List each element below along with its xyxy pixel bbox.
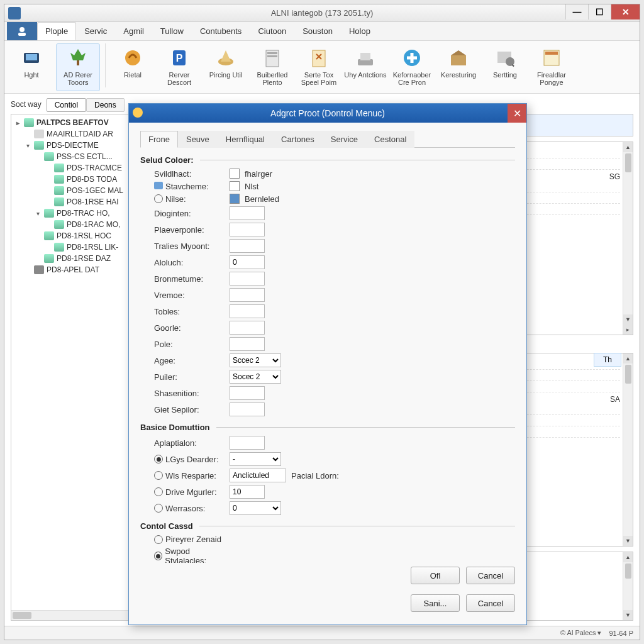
radio-icon[interactable] <box>154 194 163 203</box>
text-input[interactable] <box>230 436 265 450</box>
tree-item[interactable]: ▾PD8-TRAC HO, <box>13 208 135 219</box>
text-input[interactable] <box>230 337 265 351</box>
menu-souston[interactable]: Souston <box>294 22 341 40</box>
ribbon-rietal[interactable]: Rietal <box>111 43 155 91</box>
field-label: Plaeverponle: <box>154 225 230 235</box>
menu-servic[interactable]: Servic <box>76 22 115 40</box>
text-input[interactable] <box>230 206 265 220</box>
radio-icon[interactable] <box>154 552 162 560</box>
ribbon-icon <box>447 47 470 69</box>
ribbon-hght[interactable]: Hght <box>9 43 53 91</box>
text-input[interactable] <box>230 469 286 482</box>
select-input[interactable]: - <box>230 452 281 466</box>
text-input[interactable] <box>230 321 265 335</box>
tree-item[interactable]: PDS-TRACMCE <box>13 162 135 174</box>
dialog-tab-seuve[interactable]: Seuve <box>178 131 218 148</box>
ribbon-pircing-util[interactable]: Pircing Util <box>204 43 248 91</box>
ribbon-firealdlar-pongye[interactable]: Firealdlar Pongye <box>530 43 574 91</box>
twisty-icon[interactable]: ▾ <box>34 210 42 217</box>
minimize-button[interactable]: — <box>565 4 588 19</box>
radio-icon[interactable] <box>154 535 163 544</box>
select-input[interactable]: Socec 2 <box>230 370 281 384</box>
node-icon <box>34 265 44 274</box>
tree-item[interactable]: ▸PALTPCS BEAFTOV <box>13 117 135 128</box>
checkbox[interactable] <box>230 169 240 179</box>
tree-item[interactable]: PD8-1RSL LIK- <box>13 242 135 253</box>
tree[interactable]: ▸PALTPCS BEAFTOVMAAIRLLTDAID AR▾PDS-DIEC… <box>11 114 136 278</box>
maximize-button[interactable]: ☐ <box>588 4 611 19</box>
panel-2-tab[interactable]: Th <box>594 353 621 367</box>
cancel-button-1[interactable]: Cancel <box>466 567 515 584</box>
ribbon-keresturing[interactable]: Keresturing <box>436 43 480 91</box>
dialog-tab-hernfliqual[interactable]: Hernfliqual <box>218 131 273 148</box>
ribbon-buiberlled-plento[interactable]: Buiberlled Plento <box>250 43 294 91</box>
text-input[interactable] <box>230 239 265 253</box>
menu-plople[interactable]: Plople <box>37 22 76 40</box>
text-input[interactable] <box>230 485 265 499</box>
cancel-button-2[interactable]: Cancel <box>466 594 515 612</box>
select-input[interactable]: Sccec 2 <box>230 353 281 367</box>
select-input[interactable]: 0 <box>230 501 281 515</box>
text-input[interactable] <box>230 288 265 302</box>
ok-button[interactable]: Ofl <box>411 567 460 584</box>
menu-tullow[interactable]: Tullow <box>152 22 192 40</box>
menu-ciutoon[interactable]: Ciutoon <box>250 22 294 40</box>
tree-item[interactable]: PD8-1RAC MO, <box>13 219 135 230</box>
g1-row: Pole: <box>154 337 515 351</box>
ribbon-rerver-descort[interactable]: PRerver Descort <box>157 43 201 91</box>
twisty-icon[interactable]: ▾ <box>24 142 31 149</box>
panel-1-scrollbar[interactable]: ▲ ▼ ▸ <box>623 142 633 335</box>
ribbon-ad-rerer-tooors[interactable]: AD Rerer Tooors <box>56 43 100 91</box>
ribbon-serte-tox-speel-poim[interactable]: Serte Tox Speel Poim <box>297 43 341 91</box>
tree-item[interactable]: PO8-1RSE HAI <box>13 196 135 208</box>
g1-row: Dioginten: <box>154 206 515 220</box>
field-label: Pole: <box>154 340 230 349</box>
ribbon-sertting[interactable]: Sertting <box>483 43 527 91</box>
text-input[interactable] <box>230 304 265 318</box>
dialog-tab-frone[interactable]: Frone <box>140 131 178 148</box>
app-menu-icon[interactable] <box>7 22 37 40</box>
radio-icon[interactable] <box>154 471 163 480</box>
menu-contubents[interactable]: Contubents <box>192 22 250 40</box>
dialog-tab-service[interactable]: Service <box>323 131 366 148</box>
checkbox[interactable] <box>230 194 240 204</box>
tree-item[interactable]: PD8-APEL DAT <box>13 264 135 275</box>
g1-row: Tralies Myoont: <box>154 239 515 253</box>
left-tab-contiol[interactable]: Contiol <box>47 98 86 112</box>
dialog-close-button[interactable]: ✕ <box>508 104 526 123</box>
svg-rect-11 <box>267 55 277 57</box>
text-input[interactable] <box>230 386 265 400</box>
twisty-icon[interactable]: ▸ <box>14 119 21 126</box>
checkbox[interactable] <box>230 181 240 191</box>
text-input[interactable] <box>230 402 265 416</box>
left-tab-deons[interactable]: Deons <box>86 98 125 112</box>
panel-2-scrollbar[interactable]: ▲ ▼ <box>623 353 633 546</box>
tree-item[interactable]: PD8-1RSL HOC <box>13 230 135 242</box>
dialog-tab-cestonal[interactable]: Cestonal <box>366 131 414 148</box>
tree-item[interactable]: MAAIRLLTDAID AR <box>13 128 135 140</box>
radio-icon[interactable] <box>154 487 163 496</box>
text-input[interactable] <box>230 223 265 236</box>
after-label: Bernleled <box>245 194 279 204</box>
ribbon-kefornaober-cre-pron[interactable]: Kefornaober Cre Pron <box>390 43 434 91</box>
tree-item[interactable]: ▾PDS-DIECTME <box>13 140 135 151</box>
ribbon-uhy-antctions[interactable]: Uhy Antctions <box>343 43 387 91</box>
sani-button[interactable]: Sani... <box>411 594 460 612</box>
tree-h-scrollbar[interactable] <box>11 610 136 620</box>
menu-holop[interactable]: Holop <box>341 22 379 40</box>
tree-item[interactable]: PSS-CS ECTL... <box>13 151 135 162</box>
text-input[interactable] <box>230 255 265 269</box>
tree-item[interactable]: POS-1GEC MAL <box>13 185 135 196</box>
dialog-tab-cartones[interactable]: Cartones <box>273 131 323 148</box>
after-label: Pacial Ldorn: <box>291 471 339 480</box>
panel-3-scrollbar[interactable]: ▲ ▼ <box>623 552 633 620</box>
tree-item[interactable]: PD8-1RSE DAZ <box>13 253 135 264</box>
tree-item[interactable]: PD8-DS TODA <box>13 174 135 185</box>
svg-rect-3 <box>26 54 37 60</box>
text-input[interactable] <box>230 272 265 286</box>
radio-icon[interactable] <box>154 455 163 464</box>
radio-icon[interactable] <box>154 504 163 513</box>
field-label: Giet Sepilor: <box>154 405 230 414</box>
menu-agmil[interactable]: Agmil <box>115 22 152 40</box>
close-button[interactable]: ✕ <box>611 4 640 19</box>
